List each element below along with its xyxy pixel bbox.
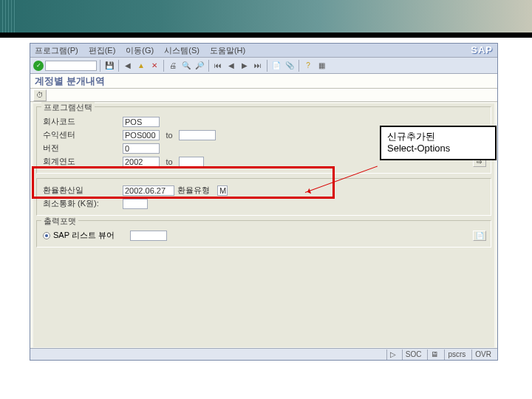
save-icon[interactable]: 💾 [103, 60, 115, 72]
toolbar-separator [100, 60, 100, 72]
group-output-format: 출력포맷 SAP 리스트 뷰어 📄 [36, 220, 491, 248]
status-client: pscrs [444, 349, 468, 360]
status-system: SOC [402, 349, 425, 360]
toolbar-separator [163, 60, 164, 72]
back-icon[interactable]: ◀ [122, 60, 134, 72]
application-toolbar: ⏱ [30, 89, 497, 102]
input-fiscal-year-high[interactable] [179, 157, 204, 167]
print-icon[interactable]: 🖨 [167, 60, 179, 72]
shortcut-icon[interactable]: 📎 [284, 60, 296, 72]
find-next-icon[interactable]: 🔎 [194, 60, 205, 72]
radio-sap-list-viewer[interactable] [43, 232, 50, 239]
group-title: 출력포맷 [41, 216, 78, 227]
screen-title: 계정별 분개내역 [30, 74, 497, 89]
sap-logo: SAP [471, 44, 493, 55]
input-rate-date[interactable]: 2002.06.27 [123, 185, 174, 196]
sap-gui-window: 프로그램(P) 편집(E) 이동(G) 시스템(S) 도움말(H) SAP ✓ … [30, 43, 498, 361]
label-min-currency: 최소통화 (K원): [43, 198, 120, 209]
statusbar: ▷ SOC 🖥 pscrs OVR [30, 348, 497, 360]
exit-icon[interactable]: ▲ [135, 60, 147, 72]
input-profit-center-high[interactable] [179, 130, 216, 140]
slide-decorative-header [0, 0, 532, 38]
label-to: to [163, 157, 176, 166]
help-icon[interactable]: ? [302, 60, 314, 72]
toolbar-separator [299, 60, 299, 72]
cancel-icon[interactable]: ✕ [149, 60, 160, 72]
menu-edit[interactable]: 편집(E) [89, 45, 116, 56]
annotation-line2: Select-Options [387, 143, 489, 154]
input-fiscal-year-low[interactable]: 2002 [123, 157, 160, 167]
input-rate-type[interactable]: M [217, 185, 228, 196]
header-underline [0, 33, 532, 38]
toolbar-separator [267, 60, 267, 72]
label-fiscal-year: 회계연도 [43, 156, 120, 167]
execute-icon[interactable]: ⏱ [33, 89, 47, 101]
annotation-line1: 신규추가된 [387, 131, 489, 143]
standard-toolbar: ✓ 💾 ◀ ▲ ✕ 🖨 🔍 🔎 ⏮ ◀ ▶ ⏭ 📄 📎 ? ▦ [30, 58, 497, 74]
prev-page-icon[interactable]: ◀ [225, 60, 237, 72]
menu-goto[interactable]: 이동(G) [126, 45, 154, 56]
last-page-icon[interactable]: ⏭ [252, 60, 264, 72]
label-company-code: 회사코드 [43, 116, 120, 127]
label-to: to [163, 131, 176, 140]
input-company-code[interactable]: POS [123, 117, 160, 127]
group-new-select-options: 환율환산일 2002.06.27 환율유형 M 최소통화 (K원): [36, 178, 491, 216]
status-insert-mode: OVR [471, 349, 494, 360]
status-host-icon: 🖥 [427, 349, 441, 360]
toolbar-separator [208, 60, 209, 72]
label-version: 버전 [43, 143, 120, 154]
label-profit-center: 수익센터 [43, 129, 120, 140]
menu-help[interactable]: 도움말(H) [210, 45, 245, 56]
annotation-box: 신규추가된 Select-Options [380, 126, 497, 160]
group-title: 프로그램선택 [41, 102, 95, 113]
okcode-input[interactable] [45, 61, 97, 71]
input-min-currency[interactable] [123, 199, 148, 209]
status-arrow-icon[interactable]: ▷ [386, 349, 399, 360]
toolbar-separator [118, 60, 119, 72]
label-rate-date: 환율환산일 [43, 185, 120, 196]
layout-search-button[interactable]: 📄 [473, 231, 486, 241]
find-icon[interactable]: 🔍 [180, 60, 192, 72]
label-sap-list-viewer: SAP 리스트 뷰어 [53, 230, 127, 241]
first-page-icon[interactable]: ⏮ [212, 60, 224, 72]
next-page-icon[interactable]: ▶ [239, 60, 250, 72]
input-version[interactable]: 0 [123, 143, 160, 154]
menu-system[interactable]: 시스템(S) [164, 45, 200, 56]
menubar: 프로그램(P) 편집(E) 이동(G) 시스템(S) 도움말(H) SAP [30, 44, 497, 58]
layout-icon[interactable]: ▦ [316, 60, 327, 72]
menu-program[interactable]: 프로그램(P) [35, 45, 78, 56]
label-rate-type: 환율유형 [177, 185, 214, 196]
input-profit-center-low[interactable]: POS000 [123, 130, 160, 140]
new-session-icon[interactable]: 📄 [270, 60, 282, 72]
enter-icon[interactable]: ✓ [33, 61, 44, 71]
input-layout-variant[interactable] [130, 231, 167, 241]
